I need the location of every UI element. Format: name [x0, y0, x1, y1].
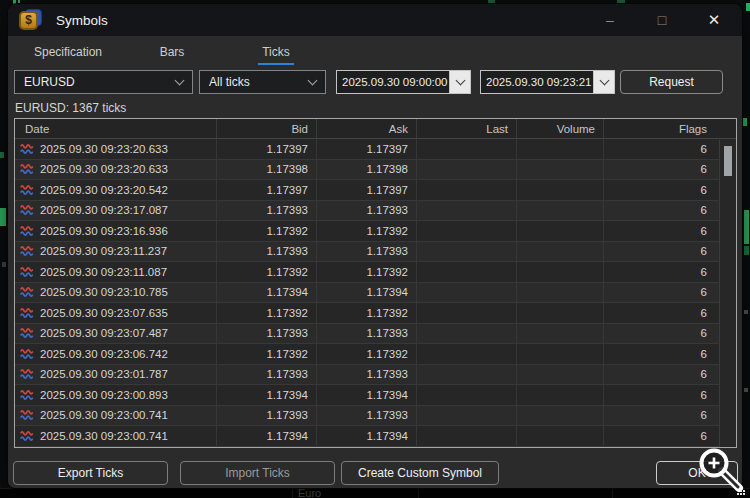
tick-volume-cell	[517, 201, 604, 221]
tick-date-cell: 2025.09.30 09:23:06.742	[15, 344, 217, 364]
symbols-dialog: $ Symbols – □ ✕ Specification Bars Ticks…	[8, 4, 742, 488]
vertical-scrollbar[interactable]	[719, 140, 736, 447]
tick-table-header: Date Bid Ask Last Volume Flags	[15, 119, 736, 139]
tick-row[interactable]: 2025.09.30 09:23:17.087 1.17393 1.17393 …	[15, 201, 736, 222]
tick-last-cell	[417, 139, 517, 159]
tick-date-cell: 2025.09.30 09:23:20.542	[15, 180, 217, 200]
tab-bars[interactable]: Bars	[120, 38, 224, 65]
tick-ask-cell: 1.17398	[317, 160, 417, 180]
tick-bid-cell: 1.17394	[217, 426, 317, 446]
column-header-ask[interactable]: Ask	[317, 119, 417, 138]
tick-wave-icon	[20, 266, 34, 278]
tick-bid-cell: 1.17397	[217, 180, 317, 200]
close-button[interactable]: ✕	[688, 4, 740, 36]
tick-wave-icon	[20, 348, 34, 360]
tick-filter-value: All ticks	[209, 75, 250, 89]
from-datetime-field: 2025.09.30 09:00:00	[336, 70, 471, 94]
tick-last-cell	[417, 324, 517, 344]
tick-ask-cell: 1.17394	[317, 426, 417, 446]
tick-last-cell	[417, 262, 517, 282]
tick-ask-cell: 1.17392	[317, 221, 417, 241]
tab-specification[interactable]: Specification	[16, 38, 120, 65]
maximize-button[interactable]: □	[636, 4, 688, 36]
tick-row[interactable]: 2025.09.30 09:23:20.633 1.17397 1.17397 …	[15, 139, 736, 160]
tick-volume-cell	[517, 221, 604, 241]
tick-bid-cell: 1.17392	[217, 344, 317, 364]
tick-last-cell	[417, 242, 517, 262]
tick-volume-cell	[517, 160, 604, 180]
tick-flags-cell: 6	[604, 262, 716, 282]
tick-filter-select[interactable]: All ticks	[199, 70, 326, 94]
dialog-title: Symbols	[56, 13, 108, 28]
scrollbar-thumb[interactable]	[724, 146, 732, 176]
tick-ask-cell: 1.17393	[317, 406, 417, 426]
tick-bid-cell: 1.17393	[217, 406, 317, 426]
tick-bid-cell: 1.17393	[217, 242, 317, 262]
column-header-bid[interactable]: Bid	[217, 119, 317, 138]
import-ticks-button[interactable]: Import Ticks	[180, 461, 335, 485]
tick-last-cell	[417, 201, 517, 221]
tick-row[interactable]: 2025.09.30 09:23:00.893 1.17394 1.17394 …	[15, 385, 736, 406]
tick-row[interactable]: 2025.09.30 09:23:07.635 1.17392 1.17392 …	[15, 303, 736, 324]
tick-bid-cell: 1.17394	[217, 385, 317, 405]
dialog-titlebar[interactable]: $ Symbols – □ ✕	[8, 4, 742, 36]
tick-date-cell: 2025.09.30 09:23:17.087	[15, 201, 217, 221]
tick-bid-cell: 1.17392	[217, 262, 317, 282]
to-datetime-dropdown-button[interactable]	[594, 70, 615, 94]
tick-ask-cell: 1.17392	[317, 262, 417, 282]
tick-row[interactable]: 2025.09.30 09:23:00.741 1.17393 1.17393 …	[15, 406, 736, 427]
tick-flags-cell: 6	[604, 406, 716, 426]
tick-volume-cell	[517, 283, 604, 303]
tick-date-cell: 2025.09.30 09:23:11.087	[15, 262, 217, 282]
tick-volume-cell	[517, 365, 604, 385]
from-datetime-dropdown-button[interactable]	[450, 70, 471, 94]
tick-bid-cell: 1.17392	[217, 303, 317, 323]
tick-wave-icon	[20, 143, 34, 155]
tick-row[interactable]: 2025.09.30 09:23:06.742 1.17392 1.17392 …	[15, 344, 736, 365]
tick-last-cell	[417, 365, 517, 385]
tick-last-cell	[417, 426, 517, 446]
tick-row[interactable]: 2025.09.30 09:23:10.785 1.17394 1.17394 …	[15, 283, 736, 304]
tick-row[interactable]: 2025.09.30 09:23:11.237 1.17393 1.17393 …	[15, 242, 736, 263]
column-header-flags[interactable]: Flags	[604, 119, 716, 138]
minimize-button[interactable]: –	[584, 4, 636, 36]
tick-date-cell: 2025.09.30 09:23:07.487	[15, 324, 217, 344]
tick-volume-cell	[517, 406, 604, 426]
tick-last-cell	[417, 283, 517, 303]
tick-wave-icon	[20, 225, 34, 237]
tick-ask-cell: 1.17393	[317, 242, 417, 262]
tick-ask-cell: 1.17393	[317, 201, 417, 221]
tick-ask-cell: 1.17392	[317, 303, 417, 323]
column-header-volume[interactable]: Volume	[517, 119, 604, 138]
tick-row[interactable]: 2025.09.30 09:23:20.542 1.17397 1.17397 …	[15, 180, 736, 201]
tick-wave-icon	[20, 184, 34, 196]
from-datetime-input[interactable]: 2025.09.30 09:00:00	[336, 70, 450, 94]
ok-button[interactable]: OK	[656, 461, 738, 485]
tick-ask-cell: 1.17397	[317, 139, 417, 159]
tick-date-cell: 2025.09.30 09:23:00.741	[15, 426, 217, 446]
column-header-date[interactable]: Date	[15, 119, 217, 138]
tick-row[interactable]: 2025.09.30 09:23:11.087 1.17392 1.17392 …	[15, 262, 736, 283]
tick-row[interactable]: 2025.09.30 09:23:00.741 1.17394 1.17394 …	[15, 426, 736, 447]
tick-last-cell	[417, 385, 517, 405]
tick-row[interactable]: 2025.09.30 09:23:16.936 1.17392 1.17392 …	[15, 221, 736, 242]
tab-ticks[interactable]: Ticks	[224, 38, 328, 65]
tick-ask-cell: 1.17397	[317, 180, 417, 200]
create-custom-symbol-button[interactable]: Create Custom Symbol	[341, 461, 499, 485]
tick-row[interactable]: 2025.09.30 09:23:20.633 1.17398 1.17398 …	[15, 160, 736, 181]
tick-flags-cell: 6	[604, 303, 716, 323]
symbol-select-value: EURUSD	[24, 75, 75, 89]
tick-row[interactable]: 2025.09.30 09:23:01.787 1.17393 1.17393 …	[15, 365, 736, 386]
symbol-select[interactable]: EURUSD	[14, 70, 193, 94]
tick-row[interactable]: 2025.09.30 09:23:07.487 1.17393 1.17393 …	[15, 324, 736, 345]
to-datetime-input[interactable]: 2025.09.30 09:23:21	[480, 70, 594, 94]
tick-wave-icon	[20, 163, 34, 175]
tick-wave-icon	[20, 204, 34, 216]
request-button[interactable]: Request	[620, 70, 723, 94]
tick-last-cell	[417, 180, 517, 200]
column-header-last[interactable]: Last	[417, 119, 517, 138]
tick-bid-cell: 1.17392	[217, 221, 317, 241]
chart-fragment	[0, 208, 6, 226]
export-ticks-button[interactable]: Export Ticks	[13, 461, 168, 485]
tick-flags-cell: 6	[604, 139, 716, 159]
